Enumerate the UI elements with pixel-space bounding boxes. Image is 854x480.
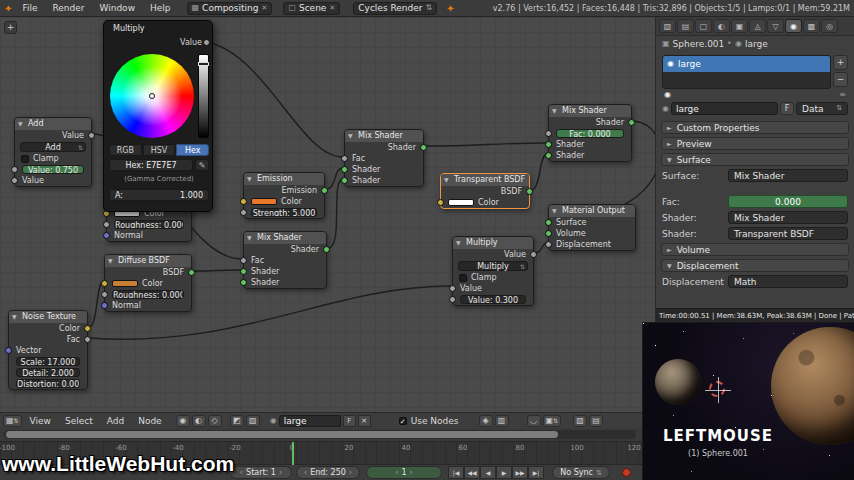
material-name-field[interactable]: large [279,415,341,427]
breadcrumb-object[interactable]: Sphere.001 [673,39,725,49]
render-tab-icon[interactable]: ▧ [659,19,676,33]
add-slot-button[interactable]: + [833,55,848,70]
panel-volume[interactable]: ►Volume [661,243,849,256]
panel-surface[interactable]: ▼Surface [661,153,849,166]
detail-slider[interactable]: Detail: 2.000 [16,368,80,377]
current-frame-indicator[interactable] [292,442,294,466]
node-emission[interactable]: ▼Emission Emission Color Strength: 5.000 [243,172,325,219]
screen-layout-selector[interactable]: ▦ Compositing ✕ [187,2,273,15]
color-swatch[interactable] [112,280,138,287]
operation-dropdown[interactable]: Add⇅ [20,142,86,152]
close-icon[interactable]: ✕ [262,4,268,12]
collapse-icon[interactable]: ▼ [247,173,252,185]
material-slot-list[interactable]: ◉ large [662,55,831,89]
panel-preview[interactable]: ►Preview [661,137,849,150]
input-socket[interactable] [545,241,552,248]
input-socket[interactable] [11,166,18,173]
layout-icon[interactable]: ▥ [495,415,509,427]
menu-help[interactable]: Help [143,2,178,14]
material-slot-selected[interactable]: ◉ large [663,56,830,72]
browse-material-icon[interactable]: ◉ [662,105,669,113]
fac-slider[interactable]: Fac: 0.000 [556,129,624,138]
node-diffuse-hidden[interactable]: Color Roughness: 0.000 Normal [106,207,192,242]
pin-icon[interactable]: ◈ [479,415,493,427]
unlink-button[interactable]: ✕ [358,415,371,427]
scene-selector[interactable]: ▢ Scene ✕ [283,2,340,15]
jump-to-end-button[interactable]: ▶| [528,466,544,479]
input-socket[interactable] [545,141,552,148]
input-socket[interactable] [240,268,247,275]
node-noise-texture[interactable]: ▼Noise Texture Color Fac Vector Scale: 1… [8,310,88,390]
collapse-icon[interactable]: ▼ [247,232,252,244]
clamp-checkbox[interactable]: Clamp [15,153,91,164]
hex-input[interactable]: Hex: E7E7E7 [109,159,193,171]
collapse-icon[interactable]: ▼ [456,237,461,249]
panel-displacement[interactable]: ▼Displacement [661,259,849,272]
output-socket[interactable] [84,325,91,332]
sync-mode-dropdown[interactable]: No Sync ⇅ [552,466,610,479]
menu-view[interactable]: View [24,416,57,426]
menu-render[interactable]: Render [45,2,91,14]
input-socket[interactable] [341,166,348,173]
node-transparent-bsdf[interactable]: ▼Transparent BSDF BSDF Color [440,173,530,209]
collapse-icon[interactable]: ▼ [552,105,557,117]
editor-type-button[interactable]: ▦⇅ [3,415,22,427]
panel-custom-properties[interactable]: ►Custom Properties [661,121,849,134]
output-socket[interactable] [321,187,328,194]
input-socket[interactable] [240,209,247,216]
node-math-multiply[interactable]: ▼Multiply Value Multiply⇅ Clamp Value Va… [452,236,534,306]
collapse-icon[interactable]: ▼ [444,174,449,186]
output-socket[interactable] [526,188,533,195]
collapse-icon[interactable]: ▼ [108,255,113,267]
jump-to-start-button[interactable]: |◀ [448,466,464,479]
world-tab-icon[interactable]: ◐ [713,19,730,33]
snap-magnet-icon[interactable]: ◡ [527,415,541,427]
color-wheel-cursor[interactable] [149,93,155,99]
input-socket[interactable] [240,198,247,205]
horizontal-scrollbar[interactable] [4,430,636,439]
input-socket[interactable] [449,285,456,292]
input-socket[interactable] [341,177,348,184]
value-slider-handle[interactable] [199,63,208,65]
collapse-icon[interactable]: ▼ [552,205,557,217]
fake-user-button[interactable]: F [343,415,356,427]
menu-node[interactable]: Node [132,416,168,426]
menu-select[interactable]: Select [59,416,99,426]
value-slider[interactable] [198,54,209,138]
input-socket[interactable] [545,152,552,159]
color-swatch[interactable] [251,198,277,205]
input-socket[interactable] [103,221,110,228]
previous-keyframe-button[interactable]: ◀◀ [464,466,480,479]
output-socket[interactable] [628,119,635,126]
3d-viewport[interactable]: LEFTMOUSE (1) Sphere.001 [642,322,854,480]
fac-slider[interactable]: 0.000 [728,195,848,208]
input-socket[interactable] [101,302,108,309]
operation-dropdown[interactable]: Multiply⇅ [458,261,528,271]
texture-tab-icon[interactable]: ▩ [803,19,820,33]
shader1-dropdown[interactable]: Mix Shader [728,211,848,224]
node-mix-shader-c[interactable]: ▼Mix Shader Shader Fac: 0.000 Shader Sha… [548,104,632,162]
input-socket[interactable] [545,230,552,237]
input-socket[interactable] [103,232,110,239]
input-socket[interactable] [5,347,12,354]
node-editor[interactable]: + ▼Add Value Add⇅ Clamp Value: 0.750 Val… [0,17,655,412]
remove-slot-button[interactable]: − [833,72,848,87]
collapse-icon[interactable]: ▼ [12,311,17,323]
physics-tab-icon[interactable]: ◎ [821,19,838,33]
shader-world-icon[interactable]: ◐ [192,415,206,427]
blender-logo-icon[interactable]: ✦ [4,3,12,14]
node-mix-shader-a[interactable]: ▼Mix Shader Shader Fac Shader Shader [243,231,327,289]
color-wheel[interactable] [110,54,194,138]
play-button[interactable]: ▶ [496,466,512,479]
input-socket[interactable] [545,219,552,226]
render-layers-tab-icon[interactable]: ▤ [677,19,694,33]
play-reverse-button[interactable]: ◀ [480,466,496,479]
eyedropper-icon[interactable]: ✎ [195,159,209,171]
input-socket[interactable] [341,155,348,162]
render-still-icon[interactable]: ▧ [573,415,587,427]
input-socket[interactable] [101,280,108,287]
render-anim-icon[interactable]: ▤ [589,415,603,427]
output-socket[interactable] [420,144,427,151]
record-button[interactable] [622,468,631,477]
material-name-field[interactable]: large [671,102,778,115]
